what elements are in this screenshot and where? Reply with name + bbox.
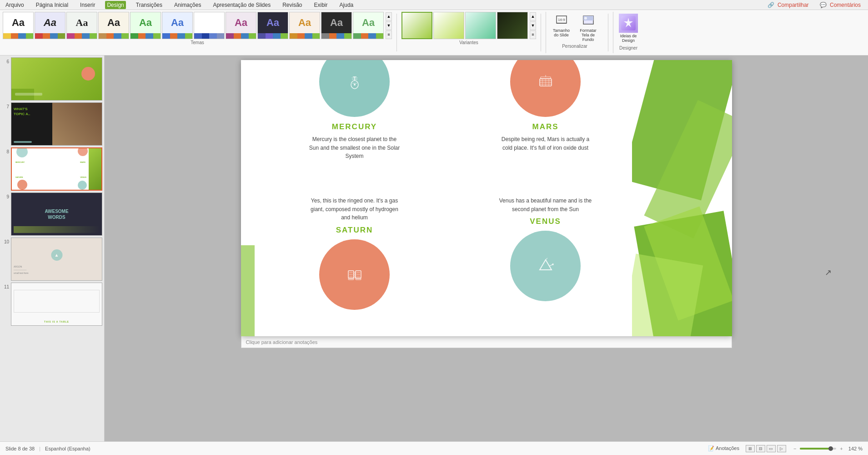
view-buttons: ⊞ ⊟ ▭ ▷ <box>746 445 786 452</box>
theme-scroll-up[interactable]: ▲ <box>386 12 392 21</box>
menu-bar: Arquivo Página Inicial Inserir Design Tr… <box>0 0 868 10</box>
theme-5[interactable]: Aa <box>130 12 161 39</box>
slideshow-button[interactable]: ▷ <box>777 445 786 452</box>
menu-inserir[interactable]: Inserir <box>78 1 97 9</box>
theme-11[interactable]: Aa <box>321 12 352 39</box>
planet-venus: Venus has a beautiful name and is the se… <box>468 192 623 336</box>
theme-9[interactable]: Aa <box>257 12 288 39</box>
theme-scroll-all[interactable]: ≡ <box>386 30 392 39</box>
variant-4[interactable] <box>497 12 528 39</box>
svg-text:16:9: 16:9 <box>558 18 565 22</box>
personalizar-section-label: Personalizar <box>562 44 587 49</box>
theme-12[interactable]: Aa <box>353 12 384 39</box>
planet-mercury: MERCURY Mercury is the closest planet to… <box>277 60 432 197</box>
theme-1[interactable]: Aa <box>3 12 34 39</box>
theme-scroll-down[interactable]: ▼ <box>386 21 392 30</box>
slide-thumb-6[interactable] <box>11 57 102 101</box>
menu-revisao[interactable]: Revisão <box>281 1 304 9</box>
slide-thumb-10[interactable]: ▲ ARGON────────small text here <box>11 238 102 281</box>
menu-transicoes[interactable]: Transições <box>134 1 164 9</box>
slide-size-icon: 16:9 <box>554 13 569 27</box>
menu-arquivo[interactable]: Arquivo <box>4 1 26 9</box>
variant-1[interactable] <box>401 12 432 39</box>
svg-rect-32 <box>348 278 354 280</box>
theme-scroll[interactable]: ▲ ▼ ≡ <box>386 12 392 39</box>
background-format-icon <box>581 13 596 27</box>
zoom-bar[interactable] <box>800 448 836 450</box>
menu-exibir[interactable]: Exibir <box>312 1 330 9</box>
slide-num-11: 11 <box>2 283 9 289</box>
svg-point-37 <box>552 263 554 265</box>
formatar-background-button[interactable]: FormatarTela deFundo <box>576 12 601 43</box>
venus-name: VENUS <box>530 217 561 226</box>
variant-scroll-up[interactable]: ▲ <box>530 12 536 21</box>
saturn-name: SATURN <box>336 226 373 235</box>
venus-circle <box>510 231 581 301</box>
svg-point-11 <box>354 84 356 86</box>
comments-button[interactable]: 💬 Comentários <box>818 1 864 9</box>
menu-bar-right: 🔗 Compartilhar 💬 Comentários <box>766 1 864 9</box>
theme-6[interactable]: Aa <box>162 12 193 39</box>
main-area: 6 7 WHAT'STOPIC A.. <box>0 56 868 441</box>
theme-8[interactable]: Aa <box>226 12 256 39</box>
plus-zoom[interactable]: + <box>840 446 843 451</box>
personalizar-buttons: 16:9 Tamanhodo Slide FormatarTela deFund… <box>549 12 601 43</box>
reading-view-button[interactable]: ▭ <box>767 445 776 452</box>
designer-section-label: Designer <box>619 46 637 51</box>
notes-bar[interactable]: Clique para adicionar anotações <box>241 336 732 348</box>
designer-icon <box>619 14 638 33</box>
slide-item-9: 9 AWESOMEWORDS <box>2 192 102 236</box>
variant-scroll-all[interactable]: ≡ <box>530 30 536 39</box>
zoom-handle[interactable] <box>828 446 833 451</box>
menu-apresentacao[interactable]: Apresentação de Slides <box>211 1 272 9</box>
menu-design[interactable]: Design <box>105 1 125 9</box>
content-area: MERCURY Mercury is the closest planet to… <box>105 56 868 441</box>
menu-animacoes[interactable]: Animações <box>172 1 203 9</box>
menu-ajuda[interactable]: Ajuda <box>338 1 356 9</box>
planet-mars: MARS Despite being red, Mars is actually… <box>468 60 623 197</box>
variant-scroll[interactable]: ▲ ▼ ≡ <box>530 12 536 39</box>
slide-thumb-7[interactable]: WHAT'STOPIC A.. <box>11 102 102 146</box>
slide-num-10: 10 <box>2 238 9 244</box>
normal-view-button[interactable]: ⊞ <box>746 445 755 452</box>
variant-scroll-down[interactable]: ▼ <box>530 21 536 30</box>
slide-canvas[interactable]: MERCURY Mercury is the closest planet to… <box>241 60 732 336</box>
slide-item-11: 11 THIS IS A TABLE <box>2 283 102 326</box>
zoom-fill <box>800 448 829 450</box>
theme-3[interactable]: Aa <box>66 12 97 39</box>
slide-thumb-11[interactable]: THIS IS A TABLE <box>11 283 102 326</box>
theme-2[interactable]: Aa <box>35 12 65 39</box>
slide-count: Slide 8 de 38 <box>5 446 35 451</box>
slide-num-7: 7 <box>2 102 9 109</box>
ideias-design-button[interactable]: Ideias deDesign <box>617 12 640 45</box>
slide-sorter-button[interactable]: ⊟ <box>756 445 765 452</box>
slide-item-6: 6 <box>2 57 102 101</box>
svg-rect-33 <box>356 278 361 280</box>
bottom-divider-1: | <box>39 446 40 451</box>
theme-7[interactable]: Aa <box>194 12 225 39</box>
deco-shape-2 <box>644 100 732 238</box>
tamanho-slide-button[interactable]: 16:9 Tamanhodo Slide <box>549 12 574 43</box>
guitar-icon <box>346 73 364 91</box>
deco-shape-3 <box>634 211 732 336</box>
notes-button[interactable]: 📝 Anotações <box>708 445 739 451</box>
designer-section: Ideias deDesign Designer <box>613 12 643 53</box>
theme-4[interactable]: Aa <box>98 12 129 39</box>
theme-10[interactable]: Aa <box>289 12 320 39</box>
menu-pagina-inicial[interactable]: Página Inicial <box>34 1 70 9</box>
mars-name: MARS <box>532 122 558 131</box>
share-button[interactable]: 🔗 Compartilhar <box>766 1 813 9</box>
themes-section-label: Temas <box>191 40 204 45</box>
accordion2-icon <box>345 264 365 284</box>
planet-saturn: Yes, this is the ringed one. It's a gas … <box>277 192 432 336</box>
deco-shape-4 <box>644 206 732 320</box>
ribbon: Aa Aa Aa <box>0 10 868 56</box>
slide-thumb-8[interactable]: MERCURY MARS SATURN VENUS <box>11 147 102 191</box>
minus-zoom[interactable]: − <box>793 446 796 451</box>
variant-3[interactable] <box>465 12 496 39</box>
slide-item-10: 10 ▲ ARGON────────small text here <box>2 238 102 281</box>
variant-2[interactable] <box>433 12 464 39</box>
svg-point-5 <box>584 17 587 20</box>
slide-thumb-9[interactable]: AWESOMEWORDS <box>11 192 102 236</box>
accordion-icon <box>536 72 555 91</box>
